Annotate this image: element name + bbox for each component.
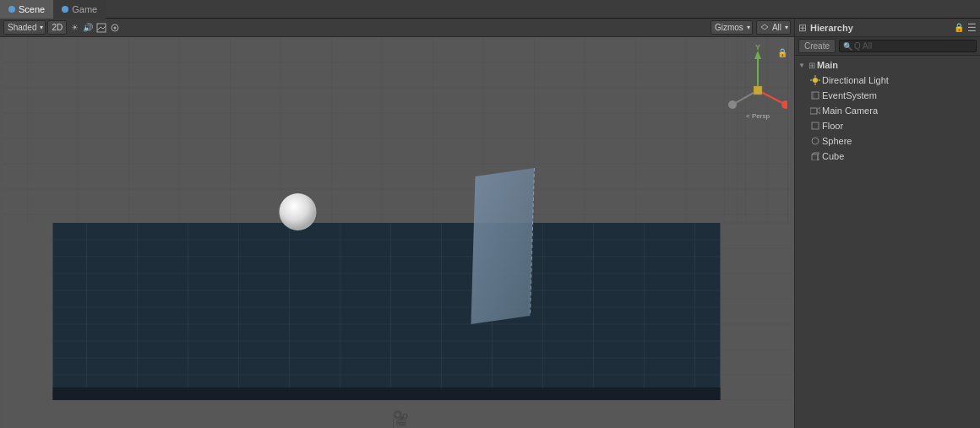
tab-scene[interactable]: Scene: [0, 0, 53, 19]
floor-label: Floor: [822, 121, 843, 131]
hierarchy-item-sphere[interactable]: Sphere: [795, 133, 980, 149]
svg-marker-9: [53, 223, 721, 387]
svg-rect-88: [812, 122, 819, 129]
effects-icon[interactable]: [95, 22, 107, 34]
hierarchy-item-event-system[interactable]: EventSystem: [795, 88, 980, 103]
create-label: Create: [804, 41, 830, 51]
hierarchy-item-floor[interactable]: Floor: [795, 118, 980, 133]
svg-point-89: [812, 138, 819, 144]
shading-mode-button[interactable]: Shaded: [3, 20, 46, 35]
svg-marker-87: [817, 107, 820, 114]
hierarchy-title-area: ⊞ Hierarchy: [798, 22, 853, 34]
hierarchy-panel-icon: ⊞: [798, 22, 807, 34]
create-button[interactable]: Create: [798, 39, 836, 53]
sphere-label: Sphere: [822, 136, 852, 146]
directional-light-icon: [810, 75, 820, 85]
hierarchy-menu-icon[interactable]: ☰: [967, 22, 977, 34]
svg-marker-70: [754, 51, 761, 59]
main-section-arrow: ▼: [798, 62, 807, 69]
gizmos-label: Gizmos: [715, 23, 743, 32]
hierarchy-panel: ⊞ Hierarchy 🔒 ☰ Create 🔍 Q All ▼ ⊞: [794, 19, 980, 428]
gizmo-overlay[interactable]: Y 🔒 < Persp: [728, 44, 787, 128]
hierarchy-search[interactable]: 🔍 Q All: [839, 40, 977, 52]
hierarchy-item-cube[interactable]: Cube: [795, 149, 980, 164]
2d-toggle-button[interactable]: 2D: [47, 20, 67, 35]
all-layers-label: All: [772, 23, 781, 32]
main-section-label: Main: [817, 60, 838, 70]
camera-icon-scene: 🎥: [390, 409, 410, 428]
hierarchy-main-section[interactable]: ▼ ⊞ Main: [795, 57, 980, 73]
scene-tab-dot: [8, 6, 15, 13]
svg-point-75: [728, 100, 737, 109]
search-placeholder: Q All: [854, 41, 872, 51]
sphere-object: [280, 193, 317, 230]
hidden-objects-icon[interactable]: [109, 22, 121, 34]
svg-text:Y: Y: [755, 44, 760, 51]
hierarchy-controls: 🔒 ☰: [954, 22, 977, 34]
svg-text:< Persp: < Persp: [746, 112, 770, 120]
scene-svg: 🎥: [0, 37, 794, 428]
scene-viewport[interactable]: Shaded 2D ☀ 🔊 Gizmos: [0, 19, 794, 428]
toolbar-right-section: Gizmos All: [710, 20, 791, 35]
hierarchy-panel-title: Hierarchy: [810, 23, 853, 33]
svg-rect-86: [810, 108, 817, 114]
all-layers-button[interactable]: All: [756, 20, 791, 35]
sphere-icon: [810, 136, 820, 146]
event-system-label: EventSystem: [822, 90, 877, 100]
svg-text:🔒: 🔒: [777, 47, 787, 58]
game-tab-dot: [62, 6, 68, 13]
tab-bar: Scene Game: [0, 0, 980, 19]
svg-point-79: [813, 78, 818, 83]
2d-label: 2D: [52, 23, 63, 32]
scene-toolbar: Shaded 2D ☀ 🔊 Gizmos: [0, 19, 794, 37]
svg-rect-76: [754, 86, 762, 95]
quad-plane: [471, 168, 535, 324]
svg-line-1: [97, 27, 101, 30]
tab-game[interactable]: Game: [53, 0, 106, 19]
hierarchy-content: ▼ ⊞ Main Directional Light EventSystem: [795, 56, 980, 428]
cube-obj-icon: [810, 151, 820, 161]
svg-rect-90: [812, 154, 818, 160]
svg-marker-68: [53, 387, 721, 400]
svg-line-2: [101, 27, 103, 29]
svg-rect-84: [812, 92, 819, 99]
lighting-icon[interactable]: ☀: [68, 22, 80, 34]
audio-icon[interactable]: 🔊: [82, 22, 94, 34]
hierarchy-topbar: ⊞ Hierarchy 🔒 ☰: [795, 19, 980, 37]
svg-marker-6: [761, 24, 768, 30]
hierarchy-item-directional-light[interactable]: Directional Light: [795, 73, 980, 88]
main-camera-icon: [810, 106, 820, 116]
hierarchy-lock-icon[interactable]: 🔒: [954, 23, 964, 32]
hierarchy-item-main-camera[interactable]: Main Camera: [795, 103, 980, 118]
gizmos-button[interactable]: Gizmos: [710, 20, 753, 35]
scene-tab-label: Scene: [19, 4, 45, 14]
directional-light-label: Directional Light: [822, 75, 889, 85]
floor-icon: [810, 121, 820, 131]
main-layout: Shaded 2D ☀ 🔊 Gizmos: [0, 19, 980, 428]
main-section-icon: ⊞: [808, 61, 815, 70]
hierarchy-search-row: Create 🔍 Q All: [795, 37, 980, 56]
event-system-icon: [810, 90, 820, 100]
svg-point-73: [781, 100, 787, 109]
svg-point-5: [114, 26, 117, 29]
main-camera-label: Main Camera: [822, 106, 878, 116]
game-tab-label: Game: [72, 4, 97, 14]
shading-mode-label: Shaded: [8, 23, 36, 32]
cube-label: Cube: [822, 151, 844, 161]
scene-canvas: 🎥 Y 🔒: [0, 37, 794, 428]
